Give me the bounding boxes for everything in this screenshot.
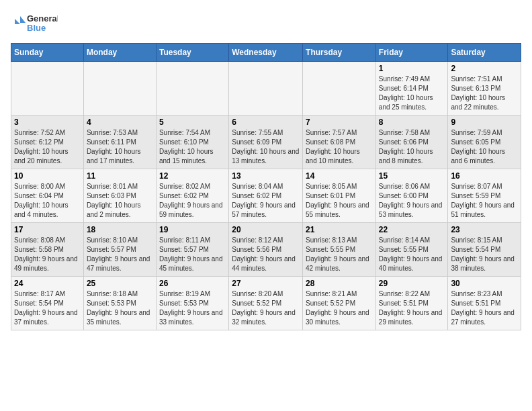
calendar-cell: 5Sunrise: 7:54 AM Sunset: 6:10 PM Daylig…: [156, 116, 228, 169]
day-info: Sunrise: 7:51 AM Sunset: 6:13 PM Dayligh…: [451, 75, 518, 112]
weekday-header: Monday: [83, 44, 156, 62]
calendar-cell: [11, 62, 84, 116]
calendar-cell: 26Sunrise: 8:19 AM Sunset: 5:53 PM Dayli…: [156, 277, 228, 330]
weekday-header: Wednesday: [229, 44, 303, 62]
day-number: 10: [14, 171, 81, 181]
calendar-cell: 13Sunrise: 8:04 AM Sunset: 6:02 PM Dayli…: [229, 169, 303, 223]
calendar-cell: 4Sunrise: 7:53 AM Sunset: 6:11 PM Daylig…: [83, 116, 156, 169]
calendar-cell: 25Sunrise: 8:18 AM Sunset: 5:53 PM Dayli…: [83, 277, 156, 330]
calendar-week-row: 10Sunrise: 8:00 AM Sunset: 6:04 PM Dayli…: [11, 169, 521, 223]
calendar-cell: 29Sunrise: 8:22 AM Sunset: 5:51 PM Dayli…: [375, 277, 448, 330]
calendar-cell: 28Sunrise: 8:21 AM Sunset: 5:52 PM Dayli…: [303, 277, 376, 330]
calendar-table: SundayMondayTuesdayWednesdayThursdayFrid…: [11, 43, 521, 330]
day-info: Sunrise: 8:22 AM Sunset: 5:51 PM Dayligh…: [379, 289, 445, 327]
day-number: 27: [232, 279, 300, 288]
day-number: 16: [451, 171, 518, 181]
calendar-cell: 27Sunrise: 8:20 AM Sunset: 5:52 PM Dayli…: [229, 277, 303, 330]
weekday-header: Tuesday: [156, 44, 228, 62]
calendar-week-row: 1Sunrise: 7:49 AM Sunset: 6:14 PM Daylig…: [11, 62, 521, 116]
day-number: 29: [379, 279, 445, 288]
day-number: 12: [159, 171, 226, 181]
calendar-week-row: 17Sunrise: 8:08 AM Sunset: 5:58 PM Dayli…: [11, 223, 521, 277]
day-number: 28: [306, 279, 373, 288]
day-info: Sunrise: 8:05 AM Sunset: 6:01 PM Dayligh…: [306, 182, 373, 220]
calendar-cell: 7Sunrise: 7:57 AM Sunset: 6:08 PM Daylig…: [303, 116, 376, 169]
day-number: 3: [14, 118, 81, 127]
day-number: 19: [159, 225, 226, 234]
day-info: Sunrise: 7:58 AM Sunset: 6:06 PM Dayligh…: [379, 128, 445, 166]
day-info: Sunrise: 8:12 AM Sunset: 5:56 PM Dayligh…: [232, 236, 300, 273]
day-number: 11: [87, 171, 153, 181]
day-info: Sunrise: 7:54 AM Sunset: 6:10 PM Dayligh…: [159, 128, 226, 166]
logo-svg: GeneralBlue: [11, 11, 58, 38]
calendar-cell: 14Sunrise: 8:05 AM Sunset: 6:01 PM Dayli…: [303, 169, 376, 223]
day-info: Sunrise: 8:21 AM Sunset: 5:52 PM Dayligh…: [306, 289, 373, 327]
calendar-week-row: 3Sunrise: 7:52 AM Sunset: 6:12 PM Daylig…: [11, 116, 521, 169]
calendar-cell: 6Sunrise: 7:55 AM Sunset: 6:09 PM Daylig…: [229, 116, 303, 169]
day-info: Sunrise: 8:14 AM Sunset: 5:55 PM Dayligh…: [379, 236, 445, 273]
calendar-cell: 19Sunrise: 8:11 AM Sunset: 5:57 PM Dayli…: [156, 223, 228, 277]
day-number: 4: [87, 118, 153, 127]
day-number: 24: [14, 279, 81, 288]
calendar-cell: 18Sunrise: 8:10 AM Sunset: 5:57 PM Dayli…: [83, 223, 156, 277]
logo: GeneralBlue: [11, 11, 58, 38]
calendar-cell: [303, 62, 376, 116]
calendar-cell: 10Sunrise: 8:00 AM Sunset: 6:04 PM Dayli…: [11, 169, 84, 223]
day-info: Sunrise: 7:53 AM Sunset: 6:11 PM Dayligh…: [87, 128, 153, 166]
calendar-cell: 8Sunrise: 7:58 AM Sunset: 6:06 PM Daylig…: [375, 116, 448, 169]
calendar-cell: 12Sunrise: 8:02 AM Sunset: 6:02 PM Dayli…: [156, 169, 228, 223]
calendar-cell: 20Sunrise: 8:12 AM Sunset: 5:56 PM Dayli…: [229, 223, 303, 277]
calendar-cell: 9Sunrise: 7:59 AM Sunset: 6:05 PM Daylig…: [448, 116, 521, 169]
calendar-cell: [229, 62, 303, 116]
day-info: Sunrise: 8:19 AM Sunset: 5:53 PM Dayligh…: [159, 289, 226, 327]
calendar-cell: 11Sunrise: 8:01 AM Sunset: 6:03 PM Dayli…: [83, 169, 156, 223]
calendar-cell: [156, 62, 228, 116]
weekday-header: Saturday: [448, 44, 521, 62]
day-number: 25: [87, 279, 153, 288]
day-info: Sunrise: 8:11 AM Sunset: 5:57 PM Dayligh…: [159, 236, 226, 273]
day-info: Sunrise: 8:13 AM Sunset: 5:55 PM Dayligh…: [306, 236, 373, 273]
day-number: 5: [159, 118, 226, 127]
day-number: 22: [379, 225, 445, 234]
calendar-cell: 15Sunrise: 8:06 AM Sunset: 6:00 PM Dayli…: [375, 169, 448, 223]
day-number: 18: [87, 225, 153, 234]
calendar-cell: 22Sunrise: 8:14 AM Sunset: 5:55 PM Dayli…: [375, 223, 448, 277]
day-number: 21: [306, 225, 373, 234]
weekday-header: Sunday: [11, 44, 84, 62]
calendar-cell: 17Sunrise: 8:08 AM Sunset: 5:58 PM Dayli…: [11, 223, 84, 277]
svg-marker-3: [15, 19, 20, 24]
day-number: 14: [306, 171, 373, 181]
day-info: Sunrise: 8:04 AM Sunset: 6:02 PM Dayligh…: [232, 182, 300, 220]
day-number: 8: [379, 118, 445, 127]
calendar-cell: 1Sunrise: 7:49 AM Sunset: 6:14 PM Daylig…: [375, 62, 448, 116]
day-number: 15: [379, 171, 445, 181]
day-info: Sunrise: 8:01 AM Sunset: 6:03 PM Dayligh…: [87, 182, 153, 220]
svg-text:Blue: Blue: [27, 23, 46, 33]
svg-marker-2: [20, 16, 26, 23]
calendar-cell: 23Sunrise: 8:15 AM Sunset: 5:54 PM Dayli…: [448, 223, 521, 277]
day-info: Sunrise: 8:00 AM Sunset: 6:04 PM Dayligh…: [14, 182, 81, 220]
calendar-week-row: 24Sunrise: 8:17 AM Sunset: 5:54 PM Dayli…: [11, 277, 521, 330]
day-number: 30: [451, 279, 518, 288]
day-number: 2: [451, 64, 518, 73]
weekday-header: Thursday: [303, 44, 376, 62]
day-info: Sunrise: 7:57 AM Sunset: 6:08 PM Dayligh…: [306, 128, 373, 166]
day-number: 1: [379, 64, 445, 73]
svg-text:General: General: [27, 13, 58, 24]
day-number: 13: [232, 171, 300, 181]
day-info: Sunrise: 8:15 AM Sunset: 5:54 PM Dayligh…: [451, 236, 518, 273]
day-info: Sunrise: 8:23 AM Sunset: 5:51 PM Dayligh…: [451, 289, 518, 327]
day-number: 23: [451, 225, 518, 234]
day-number: 20: [232, 225, 300, 234]
calendar-cell: [83, 62, 156, 116]
calendar-cell: 24Sunrise: 8:17 AM Sunset: 5:54 PM Dayli…: [11, 277, 84, 330]
day-number: 9: [451, 118, 518, 127]
day-info: Sunrise: 7:52 AM Sunset: 6:12 PM Dayligh…: [14, 128, 81, 166]
day-info: Sunrise: 8:06 AM Sunset: 6:00 PM Dayligh…: [379, 182, 445, 220]
day-number: 6: [232, 118, 300, 127]
calendar-cell: 30Sunrise: 8:23 AM Sunset: 5:51 PM Dayli…: [448, 277, 521, 330]
day-number: 26: [159, 279, 226, 288]
calendar-cell: 3Sunrise: 7:52 AM Sunset: 6:12 PM Daylig…: [11, 116, 84, 169]
calendar-cell: 16Sunrise: 8:07 AM Sunset: 5:59 PM Dayli…: [448, 169, 521, 223]
day-info: Sunrise: 7:59 AM Sunset: 6:05 PM Dayligh…: [451, 128, 518, 166]
